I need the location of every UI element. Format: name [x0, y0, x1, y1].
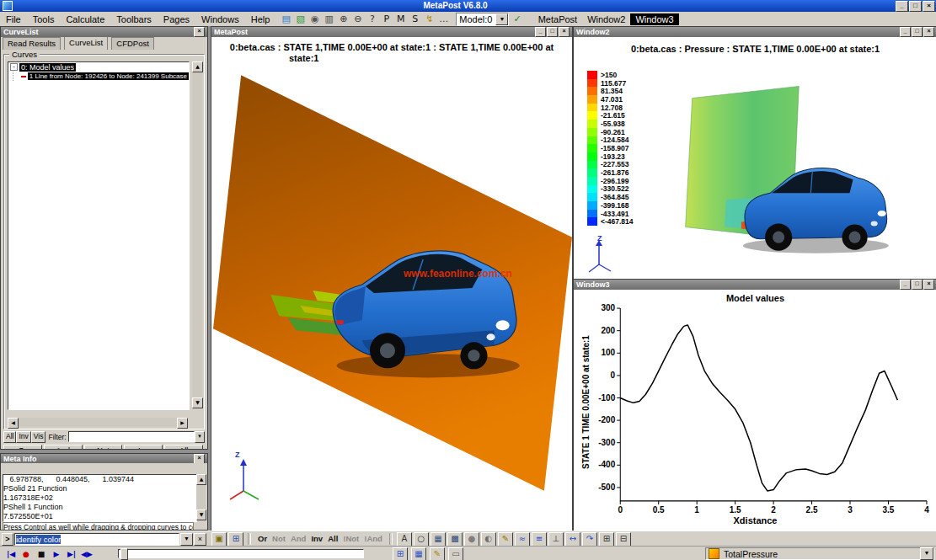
tab-curvelist[interactable]: CurveList: [64, 37, 108, 50]
maximize-icon[interactable]: □: [547, 27, 558, 37]
logic-toggle[interactable]: Or: [255, 532, 270, 546]
new-window-icon[interactable]: ⊞: [599, 532, 614, 547]
scroll-left-icon[interactable]: ◀: [8, 418, 19, 429]
pencil-icon[interactable]: ✎: [430, 547, 445, 560]
geometry-icon[interactable]: ▧: [293, 13, 308, 25]
window-tab-window3[interactable]: Window3: [630, 13, 678, 25]
select-all-button[interactable]: All: [3, 431, 16, 443]
scroll-down-icon[interactable]: ▼: [196, 509, 206, 520]
meta-info-titlebar[interactable]: Meta Info ×: [1, 454, 207, 463]
tree-row-curve[interactable]: 1 Line from Node: 192426 to Node: 241399…: [8, 72, 189, 81]
minimize-icon[interactable]: _: [900, 27, 911, 37]
stop-button[interactable]: ■: [34, 550, 49, 558]
window2-titlebar[interactable]: Window2 _ □ ×: [574, 27, 936, 37]
table-icon[interactable]: ⊞: [393, 547, 408, 560]
command-history-icon[interactable]: ▼: [180, 533, 193, 546]
select-vis-button[interactable]: Vis: [31, 431, 46, 443]
scroll-down-icon[interactable]: ▼: [192, 397, 203, 408]
command-input[interactable]: identify color: [14, 533, 179, 546]
select-inv-button[interactable]: Inv: [16, 431, 30, 443]
scroll-up-icon[interactable]: ▲: [192, 61, 203, 72]
zoom-icon[interactable]: ○: [414, 532, 429, 547]
window2-3d-viewport[interactable]: 0:beta.cas : Pressure : STATE 1,TIME 0.0…: [574, 37, 936, 280]
logic-toggle[interactable]: !And: [361, 532, 385, 546]
command-clear-icon[interactable]: ×: [194, 533, 206, 546]
minimize-icon[interactable]: _: [535, 27, 546, 37]
result-variable-selector[interactable]: TotalPressure ▼: [705, 547, 934, 560]
grid-lines-icon[interactable]: ≡: [532, 532, 547, 547]
logic-toggle[interactable]: Inv: [308, 532, 325, 546]
curvelist-titlebar[interactable]: CurveList ×: [1, 27, 207, 37]
states-icon[interactable]: ▤: [279, 13, 293, 25]
scroll-up-icon[interactable]: ▲: [196, 474, 206, 485]
close-icon[interactable]: ×: [559, 27, 570, 37]
comment-icon[interactable]: …: [436, 13, 451, 25]
close-icon[interactable]: ×: [194, 454, 205, 464]
curve-tree-list[interactable]: - 0: Model values 1 Line from Node: 1924…: [8, 61, 190, 410]
print-icon[interactable]: ▥: [322, 13, 336, 25]
not-button[interactable]: Not: [84, 445, 123, 449]
skip-start-button[interactable]: |◀: [3, 550, 19, 558]
zoom-text-icon[interactable]: A: [397, 532, 412, 547]
chart-icon[interactable]: ▦: [411, 547, 426, 560]
logic-toggle[interactable]: And: [288, 532, 308, 546]
shaded-edge-icon[interactable]: ◐: [481, 532, 496, 547]
chart-canvas[interactable]: 00.511.522.533.543002001000-100-200-300-…: [574, 290, 936, 531]
maximize-icon[interactable]: □: [912, 280, 923, 290]
bounce-button[interactable]: ◀▶: [79, 550, 94, 558]
menu-help[interactable]: Help: [245, 13, 276, 26]
slider-handle[interactable]: [120, 548, 128, 560]
window-tab-window2[interactable]: Window2: [582, 13, 630, 25]
menu-calculate[interactable]: Calculate: [60, 13, 110, 26]
lightning-icon[interactable]: ↯: [422, 13, 436, 25]
wireframe-icon[interactable]: ▦: [431, 532, 446, 547]
filter-input[interactable]: [68, 431, 195, 442]
curve-plot-icon[interactable]: ≈: [515, 532, 530, 547]
tab-read-results[interactable]: Read Results: [3, 37, 61, 50]
vertical-scrollbar[interactable]: ▲ ▼: [196, 474, 206, 520]
tree-item-label[interactable]: 1 Line from Node: 192426 to Node: 241399…: [28, 72, 189, 80]
pick-grid-icon[interactable]: ⊞: [228, 532, 243, 547]
tree-row-model-values[interactable]: - 0: Model values: [8, 62, 189, 72]
metapost-titlebar[interactable]: MetaPost _ □ ×: [211, 27, 572, 37]
inv-button[interactable]: Inv: [124, 445, 163, 449]
close-icon[interactable]: ×: [923, 27, 934, 37]
menu-windows[interactable]: Windows: [195, 13, 245, 26]
pan-arrows-icon[interactable]: ↔: [565, 532, 580, 547]
camera-icon[interactable]: ◉: [308, 13, 322, 25]
screen-icon[interactable]: ▭: [448, 547, 463, 560]
menu-tools[interactable]: Tools: [27, 13, 61, 26]
filter-dropdown-icon[interactable]: ▼: [195, 431, 205, 443]
animation-slider[interactable]: [118, 549, 364, 558]
tree-item-label[interactable]: 0: Model values: [19, 63, 76, 72]
lock-icon[interactable]: ▣: [211, 532, 227, 547]
record-button[interactable]: ●: [19, 550, 34, 558]
metapost-3d-viewport[interactable]: 0:beta.cas : STATE 1,TIME 0.00E+00 at st…: [211, 37, 572, 531]
window-tab-metapost[interactable]: MetaPost: [533, 13, 582, 25]
close-button[interactable]: ×: [923, 1, 935, 12]
window3-titlebar[interactable]: Window3 _ □ ×: [574, 280, 936, 290]
minimize-icon[interactable]: _: [900, 280, 911, 290]
logic-toggle[interactable]: Not: [270, 532, 288, 546]
chevron-down-icon[interactable]: ▼: [495, 13, 508, 25]
tree-expander-icon[interactable]: -: [10, 63, 18, 71]
maximize-button[interactable]: □: [909, 1, 922, 12]
model-selector[interactable]: Model:0 ▼: [456, 13, 509, 26]
zoom-in-icon[interactable]: ⊕: [336, 13, 350, 25]
menu-toolbars[interactable]: Toolbars: [110, 13, 158, 26]
menu-file[interactable]: File: [0, 13, 27, 26]
chart-viewport[interactable]: Model values 00.511.522.533.543002001000…: [574, 290, 936, 531]
tile-windows-icon[interactable]: ⊟: [616, 532, 631, 547]
close-icon[interactable]: ×: [194, 27, 205, 37]
shaded-icon[interactable]: ●: [464, 532, 479, 547]
identify-icon[interactable]: ?: [365, 13, 379, 25]
annotate-icon[interactable]: ✎: [498, 532, 513, 547]
all-button[interactable]: All: [164, 445, 203, 449]
chevron-down-icon[interactable]: ▼: [920, 547, 933, 560]
menu-pages[interactable]: Pages: [158, 13, 195, 26]
apply-check-icon[interactable]: ✓: [513, 13, 521, 24]
logic-toggle[interactable]: !Not: [340, 532, 361, 546]
hidden-line-icon[interactable]: ▩: [447, 532, 463, 547]
axes-icon[interactable]: ⊥: [548, 532, 564, 547]
p-tool-icon[interactable]: P: [379, 13, 393, 25]
